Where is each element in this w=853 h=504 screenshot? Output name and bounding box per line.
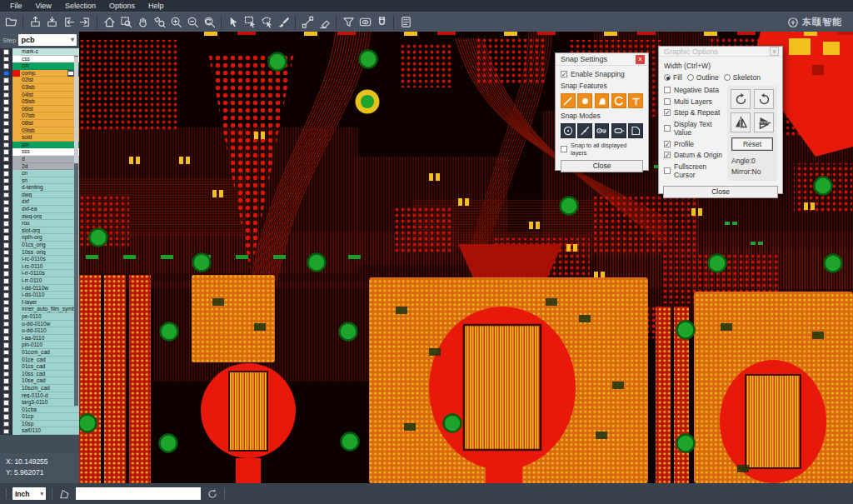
layer-checkbox[interactable] bbox=[3, 400, 9, 406]
snap-all-layers-checkbox[interactable] bbox=[561, 146, 567, 152]
layer-checkbox[interactable] bbox=[3, 350, 9, 356]
layer-checkbox[interactable] bbox=[3, 221, 9, 227]
layer-checkbox[interactable] bbox=[3, 207, 9, 212]
radio-button[interactable] bbox=[687, 74, 694, 81]
layer-checkbox[interactable] bbox=[3, 235, 9, 241]
layer-checkbox[interactable] bbox=[3, 57, 9, 62]
layer-checkbox[interactable] bbox=[3, 242, 9, 248]
layer-checkbox[interactable] bbox=[3, 386, 9, 392]
mirror-horizontal-button[interactable] bbox=[731, 112, 751, 132]
layer-checkbox[interactable] bbox=[3, 250, 9, 256]
layer-row[interactable]: npth-org bbox=[0, 234, 79, 242]
width-mode-option[interactable]: Skeleton bbox=[724, 73, 761, 82]
layer-row[interactable]: rou bbox=[0, 220, 79, 227]
menu-item[interactable]: Selection bbox=[58, 0, 102, 12]
reset-button[interactable]: Reset bbox=[731, 137, 773, 151]
zoom-object-button[interactable] bbox=[151, 14, 167, 31]
layer-row[interactable]: sss bbox=[0, 148, 79, 156]
menu-item[interactable]: File bbox=[3, 0, 29, 12]
layer-checkbox[interactable] bbox=[3, 271, 9, 277]
layer-checkbox[interactable] bbox=[3, 192, 9, 198]
layer-row[interactable]: targ3-0110 bbox=[0, 399, 79, 407]
graphic-option-checkbox[interactable] bbox=[664, 167, 671, 174]
export-job-button[interactable] bbox=[77, 14, 93, 31]
zoom-window-button[interactable] bbox=[117, 14, 134, 31]
menu-item[interactable]: Options bbox=[102, 0, 142, 12]
layer-checkbox[interactable] bbox=[3, 135, 9, 141]
graphic-dialog-titlebar[interactable]: Graphic Options x bbox=[659, 47, 782, 57]
layer-row[interactable]: sold bbox=[0, 134, 79, 142]
unit-select[interactable]: Inch ▾ bbox=[12, 487, 46, 500]
layer-row[interactable]: 10ss_orig bbox=[0, 249, 79, 257]
graphic-option-checkbox[interactable] bbox=[664, 98, 671, 105]
graphic-option[interactable]: Multi Layers bbox=[664, 97, 724, 106]
layer-row[interactable]: 07lsb bbox=[0, 112, 79, 120]
layer-checkbox[interactable] bbox=[3, 364, 9, 370]
layer-row[interactable]: 04lst bbox=[0, 92, 79, 99]
layer-checkbox[interactable] bbox=[3, 178, 9, 184]
layer-row[interactable]: dxf bbox=[0, 198, 79, 206]
layer-row[interactable]: 01ccm_cad bbox=[0, 349, 79, 357]
select-polygon-button[interactable] bbox=[258, 14, 275, 31]
import-job-button[interactable] bbox=[60, 14, 77, 31]
layer-checkbox[interactable] bbox=[3, 328, 9, 334]
layer-row[interactable]: 06lst bbox=[0, 106, 79, 113]
layer-checkbox[interactable] bbox=[3, 414, 9, 420]
layer-checkbox[interactable] bbox=[3, 107, 9, 112]
snap-arc-button[interactable] bbox=[611, 93, 626, 108]
layer-row[interactable]: cm bbox=[0, 62, 79, 70]
layer-row[interactable]: f-layer bbox=[0, 299, 79, 307]
close-icon[interactable]: x bbox=[636, 55, 645, 64]
layer-row[interactable]: pin-0110 bbox=[0, 342, 79, 349]
save-job-button[interactable] bbox=[43, 14, 60, 31]
layer-row[interactable]: reg-0110-d bbox=[0, 392, 79, 400]
graphic-option-checkbox[interactable] bbox=[664, 87, 671, 93]
layer-row[interactable]: u-dd-0110 bbox=[0, 327, 79, 335]
layer-row[interactable]: mark-c bbox=[0, 48, 79, 56]
layer-checkbox[interactable] bbox=[3, 77, 9, 83]
radio-button[interactable] bbox=[724, 74, 731, 81]
layer-checkbox[interactable] bbox=[3, 142, 9, 148]
layer-row[interactable]: sm bbox=[0, 142, 79, 149]
layer-checkbox[interactable] bbox=[3, 357, 9, 363]
snap-all-layers-option[interactable]: Snap to all displayed layers bbox=[561, 142, 643, 157]
layer-row[interactable]: 09lsb bbox=[0, 127, 79, 135]
measure-button[interactable] bbox=[299, 14, 316, 31]
layer-checkbox[interactable] bbox=[3, 85, 9, 91]
zoom-out-button[interactable] bbox=[184, 14, 201, 31]
snap-profile-button[interactable] bbox=[628, 123, 643, 138]
profile-page-icon[interactable] bbox=[58, 488, 70, 500]
graphic-option[interactable]: Display Text Value bbox=[664, 120, 724, 137]
layer-checkbox[interactable] bbox=[3, 393, 9, 399]
snap-closest-button[interactable] bbox=[577, 123, 592, 138]
layer-checkbox[interactable] bbox=[3, 149, 9, 155]
layer-checkbox[interactable] bbox=[3, 171, 9, 177]
layer-row[interactable]: 10scm_cad bbox=[0, 385, 79, 392]
layer-checkbox[interactable] bbox=[3, 264, 9, 270]
graphic-option-checkbox[interactable] bbox=[664, 125, 671, 132]
graphic-option-checkbox[interactable] bbox=[664, 109, 671, 116]
menu-item[interactable]: View bbox=[29, 0, 58, 12]
step-select[interactable]: pcb ▾ bbox=[18, 34, 77, 46]
layer-checkbox[interactable] bbox=[3, 113, 9, 119]
graphic-option[interactable]: Profile bbox=[664, 140, 724, 148]
layer-checkbox[interactable] bbox=[3, 336, 9, 342]
layer-checkbox[interactable] bbox=[3, 92, 9, 98]
layer-scrollbar-thumb[interactable] bbox=[74, 57, 78, 163]
layer-row[interactable]: 03lsb bbox=[0, 84, 79, 92]
layer-row[interactable]: dwg bbox=[0, 192, 79, 199]
layer-row[interactable]: 05lsb bbox=[0, 98, 79, 106]
layer-row[interactable]: pe-0110 bbox=[0, 313, 79, 321]
rotate-ccw-button[interactable] bbox=[754, 89, 774, 109]
layer-row[interactable]: 01cp bbox=[0, 413, 79, 421]
eraser-button[interactable] bbox=[316, 14, 332, 31]
layer-checkbox[interactable] bbox=[3, 429, 9, 435]
layer-row[interactable]: 08lst bbox=[0, 120, 79, 127]
width-mode-option[interactable]: Outline bbox=[687, 73, 719, 82]
layer-row[interactable]: 2d bbox=[0, 163, 79, 171]
layer-checkbox[interactable] bbox=[3, 200, 9, 206]
graphic-close-button[interactable]: Close bbox=[663, 186, 778, 198]
select-cursor-button[interactable] bbox=[225, 14, 242, 31]
snap-dialog-titlebar[interactable]: Snap Settings x bbox=[556, 53, 648, 66]
layer-row[interactable]: 01cba bbox=[0, 407, 79, 414]
